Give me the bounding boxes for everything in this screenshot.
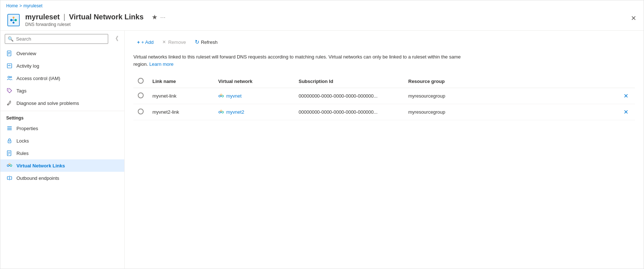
dns-icon (6, 162, 13, 169)
sidebar-item-diagnose[interactable]: Diagnose and solve problems (0, 97, 124, 109)
properties-label: Properties (16, 126, 38, 131)
svg-point-46 (220, 110, 222, 111)
row-radio-0[interactable] (138, 92, 144, 98)
sidebar-item-activity-log[interactable]: Activity log (0, 60, 124, 72)
table-header-row: Link name Virtual network Subscription I… (133, 75, 635, 88)
sidebar-item-properties[interactable]: Properties (0, 122, 124, 134)
select-col-header (133, 75, 148, 88)
search-container: 🔍 《 (0, 31, 124, 47)
svg-point-30 (7, 165, 9, 167)
row-radio-1[interactable] (138, 109, 144, 114)
table-body: myvnet-link myvnet 00000000-0000-0000-00… (133, 88, 635, 120)
page-header: myruleset | Virtual Network Links ★ ··· … (0, 11, 644, 31)
svg-point-20 (8, 104, 8, 105)
resource-group-header: Resource group (404, 75, 617, 88)
sidebar-item-virtual-network-links[interactable]: Virtual Network Links (0, 159, 124, 172)
svg-point-42 (220, 94, 222, 95)
svg-point-17 (8, 76, 10, 78)
delete-row-button-0[interactable]: ✕ (621, 92, 630, 100)
remove-label: Remove (167, 39, 186, 45)
link-name-cell: myvnet2-link (148, 104, 214, 120)
bars-icon (6, 125, 13, 132)
delete-row-button-1[interactable]: ✕ (621, 108, 630, 116)
sidebar-item-tags[interactable]: Tags (0, 84, 124, 97)
action-col-header (617, 75, 635, 88)
remove-button[interactable]: ✕ Remove (159, 37, 189, 47)
close-button[interactable]: ✕ (629, 13, 638, 24)
refresh-label: Refresh (201, 39, 218, 45)
virtual-network-cell: myvnet2 (214, 104, 294, 120)
refresh-button[interactable]: ↻ Refresh (191, 37, 221, 48)
people-icon (6, 75, 13, 82)
sidebar-item-overview[interactable]: Overview (0, 47, 124, 60)
add-button[interactable]: + + Add (133, 37, 157, 47)
svg-point-33 (9, 163, 10, 165)
network-links-table: Link name Virtual network Subscription I… (133, 75, 635, 120)
breadcrumb-current[interactable]: myruleset (23, 3, 42, 8)
table-row: myvnet2-link myvnet2 00000000-0000-0000-… (133, 104, 635, 120)
access-control-label: Access control (IAM) (16, 76, 60, 81)
header-title: myruleset | Virtual Network Links ★ ··· (25, 13, 629, 21)
diagnose-label: Diagnose and solve problems (16, 101, 79, 106)
collapse-sidebar-button[interactable]: 《 (111, 34, 120, 44)
header-text: myruleset | Virtual Network Links ★ ··· … (25, 13, 629, 27)
svg-point-44 (222, 111, 224, 113)
tag-icon (6, 87, 13, 94)
outbound-endpoints-label: Outbound endpoints (16, 175, 59, 181)
svg-point-7 (13, 22, 15, 24)
svg-point-25 (9, 141, 10, 142)
rules-label: Rules (16, 151, 29, 156)
sidebar-item-locks[interactable]: Locks (0, 134, 124, 147)
toolbar: + + Add ✕ Remove ↻ Refresh (133, 37, 635, 48)
svg-line-15 (9, 65, 10, 66)
svg-point-18 (10, 76, 12, 78)
sidebar-item-outbound-endpoints[interactable]: Outbound endpoints (0, 172, 124, 184)
resource-group-cell: myresourcegroup (404, 88, 617, 104)
virtual-network-header: Virtual network (214, 75, 294, 88)
tags-label: Tags (16, 88, 26, 94)
sidebar: 🔍 《 Overview Activity log (0, 31, 125, 269)
svg-point-38 (9, 178, 10, 179)
subscription-id-cell: 00000000-0000-0000-0000-000000... (294, 88, 404, 104)
settings-section-header: Settings (0, 111, 124, 122)
breadcrumb-home[interactable]: Home (6, 3, 18, 8)
sidebar-item-access-control[interactable]: Access control (IAM) (0, 72, 124, 84)
document-icon (6, 50, 13, 57)
svg-rect-12 (7, 64, 12, 68)
endpoint-icon (6, 175, 13, 181)
add-icon: + (137, 39, 140, 45)
svg-point-4 (13, 17, 15, 19)
resource-icon (6, 13, 21, 27)
learn-more-link[interactable]: Learn more (149, 61, 173, 67)
select-all-radio[interactable] (138, 78, 144, 84)
lock-icon (6, 137, 13, 144)
svg-point-2 (15, 19, 17, 21)
wrench-icon (6, 100, 13, 106)
svg-line-16 (10, 65, 11, 66)
header-actions: ★ ··· (152, 13, 166, 21)
breadcrumb: Home > myruleset (0, 0, 644, 11)
main-content: + + Add ✕ Remove ↻ Refresh Virtual netwo… (125, 31, 644, 269)
breadcrumb-separator: > (19, 3, 22, 8)
refresh-icon: ↻ (195, 39, 200, 45)
virtual-network-cell: myvnet (214, 88, 294, 104)
section-title: Virtual Network Links (69, 13, 144, 21)
favorite-button[interactable]: ★ (152, 13, 158, 21)
resource-name: myruleset (25, 13, 60, 21)
overview-label: Overview (16, 51, 36, 56)
subscription-id-header: Subscription Id (294, 75, 404, 88)
link-name-header: Link name (148, 75, 214, 88)
search-input[interactable] (5, 34, 108, 44)
svg-point-31 (10, 165, 12, 167)
sidebar-item-rules[interactable]: Rules (0, 147, 124, 159)
virtual-network-links-label: Virtual Network Links (16, 163, 65, 168)
link-name-cell: myvnet-link (148, 88, 214, 104)
svg-point-39 (219, 95, 221, 97)
search-icon: 🔍 (8, 36, 14, 42)
description-body: Virtual networks linked to this ruleset … (133, 54, 461, 67)
vnet-link-0[interactable]: myvnet (218, 93, 290, 99)
activity-log-label: Activity log (16, 63, 39, 69)
vnet-link-1[interactable]: myvnet2 (218, 109, 290, 115)
locks-label: Locks (16, 138, 29, 144)
more-options-button[interactable]: ··· (160, 14, 166, 20)
